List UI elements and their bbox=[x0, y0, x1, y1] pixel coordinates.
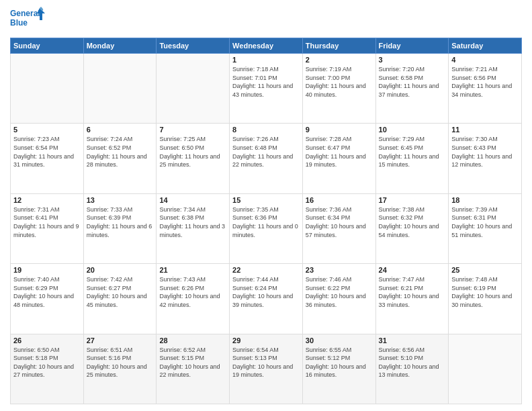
day-info: Sunrise: 7:29 AM Sunset: 6:45 PM Dayligh… bbox=[379, 135, 446, 169]
calendar-cell: 11Sunrise: 7:30 AM Sunset: 6:43 PM Dayli… bbox=[449, 124, 522, 193]
day-info: Sunrise: 7:42 AM Sunset: 6:27 PM Dayligh… bbox=[87, 275, 154, 309]
calendar-cell: 28Sunrise: 6:52 AM Sunset: 5:15 PM Dayli… bbox=[157, 334, 230, 404]
day-number: 20 bbox=[87, 266, 154, 274]
day-number: 4 bbox=[451, 56, 519, 64]
day-info: Sunrise: 7:23 AM Sunset: 6:54 PM Dayligh… bbox=[13, 135, 81, 169]
day-number: 6 bbox=[87, 126, 154, 134]
day-info: Sunrise: 7:40 AM Sunset: 6:29 PM Dayligh… bbox=[13, 275, 81, 309]
day-info: Sunrise: 7:44 AM Sunset: 6:24 PM Dayligh… bbox=[232, 275, 300, 309]
day-number: 27 bbox=[87, 336, 154, 345]
weekday-header-saturday: Saturday bbox=[449, 38, 522, 54]
day-number: 30 bbox=[306, 336, 373, 345]
day-info: Sunrise: 6:51 AM Sunset: 5:16 PM Dayligh… bbox=[87, 346, 154, 379]
day-number: 31 bbox=[379, 336, 446, 345]
day-info: Sunrise: 6:50 AM Sunset: 5:18 PM Dayligh… bbox=[13, 346, 81, 379]
day-number: 7 bbox=[159, 126, 226, 134]
day-number: 5 bbox=[13, 126, 81, 134]
day-info: Sunrise: 7:30 AM Sunset: 6:43 PM Dayligh… bbox=[451, 135, 519, 169]
calendar-cell: 19Sunrise: 7:40 AM Sunset: 6:29 PM Dayli… bbox=[11, 264, 84, 334]
day-info: Sunrise: 7:47 AM Sunset: 6:21 PM Dayligh… bbox=[379, 275, 446, 309]
day-info: Sunrise: 6:52 AM Sunset: 5:15 PM Dayligh… bbox=[159, 346, 226, 379]
day-number: 1 bbox=[232, 56, 300, 64]
day-number: 28 bbox=[159, 336, 226, 345]
calendar-cell: 20Sunrise: 7:42 AM Sunset: 6:27 PM Dayli… bbox=[83, 264, 157, 334]
header: General Blue bbox=[10, 7, 522, 32]
calendar-cell: 12Sunrise: 7:31 AM Sunset: 6:41 PM Dayli… bbox=[11, 193, 84, 263]
week-row-4: 19Sunrise: 7:40 AM Sunset: 6:29 PM Dayli… bbox=[11, 264, 522, 334]
generalblue-logo: General Blue bbox=[10, 7, 45, 32]
calendar-cell: 26Sunrise: 6:50 AM Sunset: 5:18 PM Dayli… bbox=[11, 334, 84, 404]
calendar-cell bbox=[157, 54, 230, 124]
calendar-cell: 1Sunrise: 7:18 AM Sunset: 7:01 PM Daylig… bbox=[230, 54, 303, 124]
day-info: Sunrise: 7:39 AM Sunset: 6:31 PM Dayligh… bbox=[451, 205, 519, 239]
calendar-cell: 4Sunrise: 7:21 AM Sunset: 6:56 PM Daylig… bbox=[449, 54, 522, 124]
calendar-cell: 2Sunrise: 7:19 AM Sunset: 7:00 PM Daylig… bbox=[302, 54, 375, 124]
calendar-cell: 3Sunrise: 7:20 AM Sunset: 6:58 PM Daylig… bbox=[375, 54, 449, 124]
calendar-cell: 29Sunrise: 6:54 AM Sunset: 5:13 PM Dayli… bbox=[230, 334, 303, 404]
day-info: Sunrise: 7:19 AM Sunset: 7:00 PM Dayligh… bbox=[306, 65, 373, 99]
day-number: 3 bbox=[379, 56, 446, 64]
day-info: Sunrise: 6:55 AM Sunset: 5:12 PM Dayligh… bbox=[306, 346, 373, 379]
svg-text:Blue: Blue bbox=[10, 18, 28, 28]
weekday-header-thursday: Thursday bbox=[302, 38, 375, 54]
day-number: 16 bbox=[306, 196, 373, 204]
day-info: Sunrise: 7:26 AM Sunset: 6:48 PM Dayligh… bbox=[232, 135, 300, 169]
week-row-1: 1Sunrise: 7:18 AM Sunset: 7:01 PM Daylig… bbox=[11, 54, 522, 124]
calendar-cell bbox=[11, 54, 84, 124]
day-info: Sunrise: 7:20 AM Sunset: 6:58 PM Dayligh… bbox=[379, 65, 446, 99]
day-info: Sunrise: 7:25 AM Sunset: 6:50 PM Dayligh… bbox=[159, 135, 226, 169]
day-number: 11 bbox=[451, 126, 519, 134]
day-number: 12 bbox=[13, 196, 81, 204]
calendar-cell: 5Sunrise: 7:23 AM Sunset: 6:54 PM Daylig… bbox=[11, 124, 84, 193]
day-number: 19 bbox=[13, 266, 81, 274]
calendar-cell: 18Sunrise: 7:39 AM Sunset: 6:31 PM Dayli… bbox=[449, 193, 522, 263]
day-info: Sunrise: 6:56 AM Sunset: 5:10 PM Dayligh… bbox=[379, 346, 446, 379]
svg-text:General: General bbox=[10, 9, 40, 18]
day-info: Sunrise: 7:31 AM Sunset: 6:41 PM Dayligh… bbox=[13, 205, 81, 239]
calendar-cell: 10Sunrise: 7:29 AM Sunset: 6:45 PM Dayli… bbox=[375, 124, 449, 193]
calendar-cell: 24Sunrise: 7:47 AM Sunset: 6:21 PM Dayli… bbox=[375, 264, 449, 334]
day-number: 25 bbox=[451, 266, 519, 274]
calendar-cell: 25Sunrise: 7:48 AM Sunset: 6:19 PM Dayli… bbox=[449, 264, 522, 334]
day-info: Sunrise: 7:18 AM Sunset: 7:01 PM Dayligh… bbox=[232, 65, 300, 99]
day-number: 23 bbox=[306, 266, 373, 274]
calendar-table: SundayMondayTuesdayWednesdayThursdayFrid… bbox=[10, 38, 522, 404]
day-info: Sunrise: 7:28 AM Sunset: 6:47 PM Dayligh… bbox=[306, 135, 373, 169]
day-number: 29 bbox=[232, 336, 300, 345]
weekday-header-tuesday: Tuesday bbox=[157, 38, 230, 54]
calendar-cell: 21Sunrise: 7:43 AM Sunset: 6:26 PM Dayli… bbox=[157, 264, 230, 334]
calendar-cell: 13Sunrise: 7:33 AM Sunset: 6:39 PM Dayli… bbox=[83, 193, 157, 263]
day-number: 21 bbox=[159, 266, 226, 274]
day-number: 8 bbox=[232, 126, 300, 134]
weekday-header-sunday: Sunday bbox=[11, 38, 84, 54]
page: General Blue SundayMondayTuesdayWednesda… bbox=[0, 0, 532, 411]
day-info: Sunrise: 7:34 AM Sunset: 6:38 PM Dayligh… bbox=[159, 205, 226, 239]
day-info: Sunrise: 7:48 AM Sunset: 6:19 PM Dayligh… bbox=[451, 275, 519, 309]
calendar-cell: 7Sunrise: 7:25 AM Sunset: 6:50 PM Daylig… bbox=[157, 124, 230, 193]
week-row-5: 26Sunrise: 6:50 AM Sunset: 5:18 PM Dayli… bbox=[11, 334, 522, 404]
day-info: Sunrise: 6:54 AM Sunset: 5:13 PM Dayligh… bbox=[232, 346, 300, 379]
weekday-header-monday: Monday bbox=[83, 38, 157, 54]
weekday-header-row: SundayMondayTuesdayWednesdayThursdayFrid… bbox=[11, 38, 522, 54]
calendar-cell: 6Sunrise: 7:24 AM Sunset: 6:52 PM Daylig… bbox=[83, 124, 157, 193]
logo: General Blue bbox=[10, 7, 45, 32]
calendar-cell: 8Sunrise: 7:26 AM Sunset: 6:48 PM Daylig… bbox=[230, 124, 303, 193]
calendar-cell: 14Sunrise: 7:34 AM Sunset: 6:38 PM Dayli… bbox=[157, 193, 230, 263]
week-row-3: 12Sunrise: 7:31 AM Sunset: 6:41 PM Dayli… bbox=[11, 193, 522, 263]
day-number: 17 bbox=[379, 196, 446, 204]
day-info: Sunrise: 7:43 AM Sunset: 6:26 PM Dayligh… bbox=[159, 275, 226, 309]
calendar-cell: 15Sunrise: 7:35 AM Sunset: 6:36 PM Dayli… bbox=[230, 193, 303, 263]
day-number: 24 bbox=[379, 266, 446, 274]
calendar-cell: 31Sunrise: 6:56 AM Sunset: 5:10 PM Dayli… bbox=[375, 334, 449, 404]
calendar-cell: 27Sunrise: 6:51 AM Sunset: 5:16 PM Dayli… bbox=[83, 334, 157, 404]
day-number: 10 bbox=[379, 126, 446, 134]
day-info: Sunrise: 7:33 AM Sunset: 6:39 PM Dayligh… bbox=[87, 205, 154, 239]
day-number: 22 bbox=[232, 266, 300, 274]
day-info: Sunrise: 7:36 AM Sunset: 6:34 PM Dayligh… bbox=[306, 205, 373, 239]
day-info: Sunrise: 7:38 AM Sunset: 6:32 PM Dayligh… bbox=[379, 205, 446, 239]
day-number: 13 bbox=[87, 196, 154, 204]
weekday-header-wednesday: Wednesday bbox=[230, 38, 303, 54]
day-number: 2 bbox=[306, 56, 373, 64]
calendar-cell: 9Sunrise: 7:28 AM Sunset: 6:47 PM Daylig… bbox=[302, 124, 375, 193]
weekday-header-friday: Friday bbox=[375, 38, 449, 54]
